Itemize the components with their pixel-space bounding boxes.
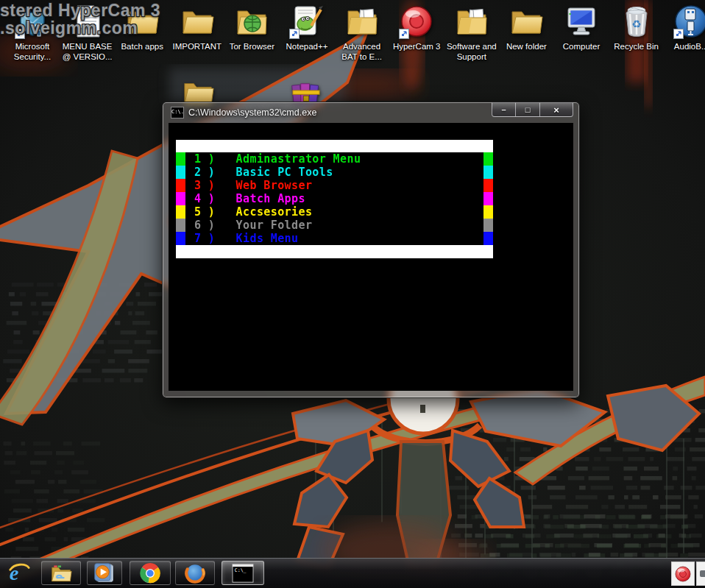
cmd-window-title: C:\Windows\system32\cmd.exe — [188, 107, 316, 118]
desktop-icon-advanced-bat[interactable]: AdvancedBAT to E... — [334, 4, 390, 63]
folder-icon — [509, 4, 544, 39]
shortcut-arrow-icon — [289, 29, 300, 39]
menu-row-text: 6 ) Your Folder — [194, 219, 312, 232]
desktop-icon-label: Computer — [553, 41, 609, 52]
tray-overflow-chip[interactable] — [696, 562, 705, 586]
desktop-icon-notepad-plus-plus[interactable]: Notepad++ — [279, 4, 335, 52]
close-button-icon[interactable]: × — [540, 102, 573, 117]
menu-row-color-block-right — [483, 192, 493, 205]
taskbar-button-firefox[interactable] — [175, 561, 215, 585]
desktop-icon-label: MicrosoftSecurity... — [4, 41, 60, 63]
desktop-icon-label: IMPORTANT — [169, 41, 225, 52]
menu-row-7: 7 ) Kids Menu — [176, 232, 493, 245]
taskbar-button-media-player[interactable] — [87, 561, 122, 585]
internet-explorer-icon: e — [7, 562, 31, 585]
hypercam-orb-icon — [399, 4, 434, 39]
menu-row-color-block-right — [483, 205, 493, 219]
menu-row-text: 3 ) Web Browser — [194, 179, 312, 192]
menu-row-text: 2 ) Basic PC Tools — [194, 166, 333, 179]
desktop-icon-label: AudioB... — [663, 41, 705, 52]
menu-row-6: 6 ) Your Folder — [176, 219, 493, 232]
system-tray — [671, 562, 705, 586]
desktop-icon-label: Notepad++ — [279, 41, 335, 52]
desktop-icon-tor-browser[interactable]: Tor Browser — [224, 4, 280, 52]
menu-row-color-block-right — [483, 219, 493, 232]
menu-row-color-block-right — [483, 232, 493, 245]
menu-row-text: 7 ) Kids Menu — [194, 232, 298, 245]
desktop-icon-audiobox[interactable]: AudioB... — [663, 4, 705, 52]
command-prompt-icon: C:\_ — [231, 563, 255, 584]
desktop-icon-important[interactable]: IMPORTANT — [169, 4, 225, 52]
svg-text:C:\_: C:\_ — [235, 567, 247, 573]
taskbar-button-chrome[interactable] — [130, 561, 171, 585]
desktop-icon-label: AdvancedBAT to E... — [334, 41, 390, 63]
desktop-icon-label: Recycle Bin — [609, 41, 665, 52]
svg-text:♻: ♻ — [631, 18, 641, 30]
media-player-icon — [93, 562, 116, 584]
cmd-titlebar-icon: C:\. — [171, 107, 184, 118]
menu-row-5: 5 ) Accsesories — [176, 205, 493, 219]
menu-row-text: 5 ) Accsesories — [194, 205, 312, 219]
notepad-plus-plus-icon — [289, 4, 325, 39]
tray-hidden-icon — [700, 570, 705, 577]
menu-row-text: 1 ) Adminastrator Menu — [194, 152, 361, 166]
menu-row-color-block-right — [483, 152, 493, 166]
desktop-icon-label: Software andSupport — [444, 41, 500, 63]
menu-row-color-block-left — [176, 166, 185, 179]
desktop-icon-computer[interactable]: Computer — [553, 4, 609, 52]
menu-row-4: 4 ) Batch Apps — [176, 192, 493, 205]
menu-top-bar — [176, 140, 493, 152]
tor-browser-folder-icon — [234, 4, 269, 39]
audiobox-icon — [673, 4, 705, 39]
cmd-window-titlebar[interactable]: C:\. C:\Windows\system32\cmd.exe – □ × — [163, 102, 579, 123]
folder-icon — [180, 4, 215, 39]
windows-explorer-icon — [50, 562, 72, 584]
taskbar-button-windows-explorer[interactable] — [41, 561, 81, 585]
menu-row-color-block-left — [176, 232, 185, 245]
menu-row-1: 1 ) Adminastrator Menu — [176, 152, 493, 166]
menu-bottom-bar — [176, 245, 493, 258]
desktop-icon-label: Batch apps — [114, 41, 170, 52]
folder-documents-icon — [454, 4, 489, 39]
menu-row-color-block-left — [176, 219, 185, 232]
cmd-window: C:\. C:\Windows\system32\cmd.exe – □ × 1… — [162, 102, 580, 398]
desktop-icon-new-folder[interactable]: New folder — [498, 4, 554, 52]
shortcut-arrow-icon — [399, 29, 409, 39]
recycle-bin-icon: ♻ — [619, 4, 654, 39]
taskbar: e C:\_ — [0, 558, 705, 588]
menu-row-color-block-left — [176, 205, 185, 219]
desktop-icon-recycle-bin[interactable]: ♻ Recycle Bin — [609, 4, 665, 52]
chrome-icon — [139, 562, 161, 584]
minimize-button-icon[interactable]: – — [492, 102, 516, 117]
shortcut-arrow-icon — [673, 29, 684, 39]
desktop-icon-software-and-support[interactable]: Software andSupport — [444, 4, 500, 63]
hypercam-watermark-line2: .solveigmm.com — [0, 18, 138, 38]
hypercam-watermark-line1: stered HyperCam 3 — [0, 1, 160, 21]
tray-hypercam-recording[interactable] — [671, 562, 695, 586]
console-output-area[interactable]: 1 ) Adminastrator Menu2 ) Basic PC Tools… — [169, 123, 573, 391]
desktop-icon-label: Tor Browser — [224, 41, 280, 52]
menu-row-3: 3 ) Web Browser — [176, 179, 493, 192]
menu-row-text: 4 ) Batch Apps — [194, 192, 305, 205]
menu-row-color-block-left — [176, 192, 185, 205]
menu-row-color-block-right — [483, 179, 493, 192]
menu-row-2: 2 ) Basic PC Tools — [176, 166, 493, 179]
menu-row-color-block-right — [483, 166, 493, 179]
desktop-icon-label: HyperCam 3 — [389, 41, 444, 52]
taskbar-button-command-prompt[interactable]: C:\_ — [222, 561, 264, 585]
computer-icon — [564, 4, 599, 39]
desktop-icon-label: MENU BASE@ VERSIO... — [60, 41, 116, 63]
taskbar-button-internet-explorer[interactable]: e — [2, 561, 36, 585]
menu-row-color-block-left — [176, 179, 185, 192]
menu-row-color-block-left — [176, 152, 185, 166]
desktop-icon-hypercam-3[interactable]: HyperCam 3 — [389, 4, 444, 52]
maximize-button-icon[interactable]: □ — [516, 102, 540, 117]
firefox-icon — [184, 562, 206, 584]
desktop-icon-label: New folder — [498, 41, 554, 52]
batch-menu: 1 ) Adminastrator Menu2 ) Basic PC Tools… — [176, 140, 493, 258]
folder-documents-icon — [344, 4, 380, 39]
